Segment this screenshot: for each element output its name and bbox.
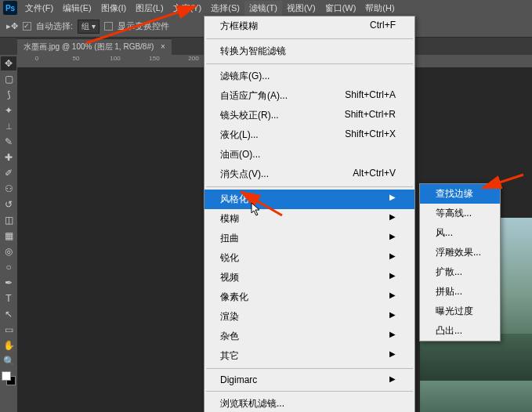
stamp-tool[interactable]: ⚇ <box>1 182 16 196</box>
auto-select-dropdown[interactable]: 组▾ <box>78 20 100 34</box>
menu-sharpen[interactable]: 锐化▶ <box>204 248 414 268</box>
brush-tool[interactable]: ✐ <box>1 166 16 180</box>
eyedropper-tool[interactable]: ✎ <box>1 135 16 149</box>
filter-dropdown-menu: 方框模糊Ctrl+F 转换为智能滤镜 滤镜库(G)... 自适应广角(A)...… <box>204 16 415 412</box>
stylize-submenu: 查找边缘 等高线... 风... 浮雕效果... 扩散... 拼贴... 曝光过… <box>419 183 501 342</box>
marquee-tool[interactable]: ▢ <box>1 72 16 86</box>
menu-liquify[interactable]: 液化(L)...Shift+Ctrl+X <box>204 125 414 145</box>
menu-oil-paint[interactable]: 油画(O)... <box>204 145 414 164</box>
main-menubar: Ps 文件(F) 编辑(E) 图像(I) 图层(L) 文字(Y) 选择(S) 滤… <box>0 0 532 16</box>
cursor-icon <box>251 202 263 218</box>
color-swatch[interactable] <box>2 371 16 385</box>
type-tool[interactable]: T <box>1 291 16 305</box>
menu-other[interactable]: 其它▶ <box>204 346 414 366</box>
show-transform-label: 显示变换控件 <box>118 20 169 32</box>
submenu-diffuse[interactable]: 扩散... <box>420 262 500 282</box>
healing-tool[interactable]: ✚ <box>1 150 16 164</box>
menu-convert-smart[interactable]: 转换为智能滤镜 <box>204 42 414 61</box>
menu-image[interactable]: 图像(I) <box>96 1 131 16</box>
menu-last-filter[interactable]: 方框模糊Ctrl+F <box>204 16 414 36</box>
menu-render[interactable]: 渲染▶ <box>204 307 414 327</box>
menu-select[interactable]: 选择(S) <box>206 1 244 16</box>
menu-type[interactable]: 文字(Y) <box>168 1 207 16</box>
menu-file[interactable]: 文件(F) <box>20 1 58 16</box>
hand-tool[interactable]: ✋ <box>1 338 16 352</box>
dodge-tool[interactable]: ○ <box>1 260 16 274</box>
submenu-find-edges[interactable]: 查找边缘 <box>420 184 500 204</box>
submenu-wind[interactable]: 风... <box>420 223 500 243</box>
menu-vanishing[interactable]: 消失点(V)...Alt+Ctrl+V <box>204 164 414 184</box>
menu-adaptive-wide[interactable]: 自适应广角(A)...Shift+Ctrl+A <box>204 86 414 106</box>
menu-digimarc[interactable]: Digimarc▶ <box>204 371 414 389</box>
gradient-tool[interactable]: ▦ <box>1 229 16 243</box>
eraser-tool[interactable]: ◫ <box>1 213 16 227</box>
shape-tool[interactable]: ▭ <box>1 323 16 337</box>
submenu-extrude[interactable]: 凸出... <box>420 321 500 341</box>
menu-view[interactable]: 视图(V) <box>282 1 320 16</box>
pen-tool[interactable]: ✒ <box>1 276 16 290</box>
zoom-tool[interactable]: 🔍 <box>1 354 16 368</box>
menu-lens-correct[interactable]: 镜头校正(R)...Shift+Ctrl+R <box>204 106 414 125</box>
app-logo: Ps <box>3 1 17 15</box>
menu-video[interactable]: 视频▶ <box>204 268 414 287</box>
auto-select-checkbox[interactable] <box>23 22 31 31</box>
auto-select-label: 自动选择: <box>36 20 73 32</box>
menu-layer[interactable]: 图层(L) <box>131 1 168 16</box>
menu-edit[interactable]: 编辑(E) <box>58 1 96 16</box>
submenu-solarize[interactable]: 曝光过度 <box>420 302 500 321</box>
history-brush-tool[interactable]: ↺ <box>1 197 16 211</box>
menu-noise[interactable]: 杂色▶ <box>204 327 414 346</box>
blur-tool[interactable]: ◎ <box>1 244 16 258</box>
document-tab[interactable]: 水墨画.jpg @ 100% (图层 1, RGB/8#) × <box>17 38 172 55</box>
menu-browse-online[interactable]: 浏览联机滤镜... <box>204 394 414 412</box>
show-transform-checkbox[interactable] <box>104 22 113 31</box>
menu-blur[interactable]: 模糊▶ <box>204 209 414 229</box>
path-tool[interactable]: ↖ <box>1 307 16 321</box>
close-icon[interactable]: × <box>161 42 165 51</box>
submenu-tiles[interactable]: 拼贴... <box>420 282 500 302</box>
lasso-tool[interactable]: ⟆ <box>1 88 16 102</box>
tools-panel: ✥ ▢ ⟆ ✦ ⟂ ✎ ✚ ✐ ⚇ ↺ ◫ ▦ ◎ ○ ✒ T ↖ ▭ ✋ 🔍 <box>0 55 17 412</box>
menu-help[interactable]: 帮助(H) <box>360 1 399 16</box>
menu-distort[interactable]: 扭曲▶ <box>204 229 414 248</box>
menu-window[interactable]: 窗口(W) <box>320 1 361 16</box>
move-tool-icon: ▸✥ <box>6 21 18 31</box>
menu-filter[interactable]: 滤镜(T) <box>244 1 282 16</box>
move-tool[interactable]: ✥ <box>1 56 16 70</box>
submenu-contour[interactable]: 等高线... <box>420 204 500 223</box>
submenu-emboss[interactable]: 浮雕效果... <box>420 243 500 262</box>
crop-tool[interactable]: ⟂ <box>1 119 16 133</box>
chevron-down-icon: ▾ <box>92 22 96 31</box>
menu-pixelate[interactable]: 像素化▶ <box>204 287 414 307</box>
menu-stylize[interactable]: 风格化▶ <box>204 190 414 209</box>
wand-tool[interactable]: ✦ <box>1 103 16 117</box>
submenu-arrow-icon: ▶ <box>389 193 396 206</box>
menu-filter-gallery[interactable]: 滤镜库(G)... <box>204 67 414 86</box>
